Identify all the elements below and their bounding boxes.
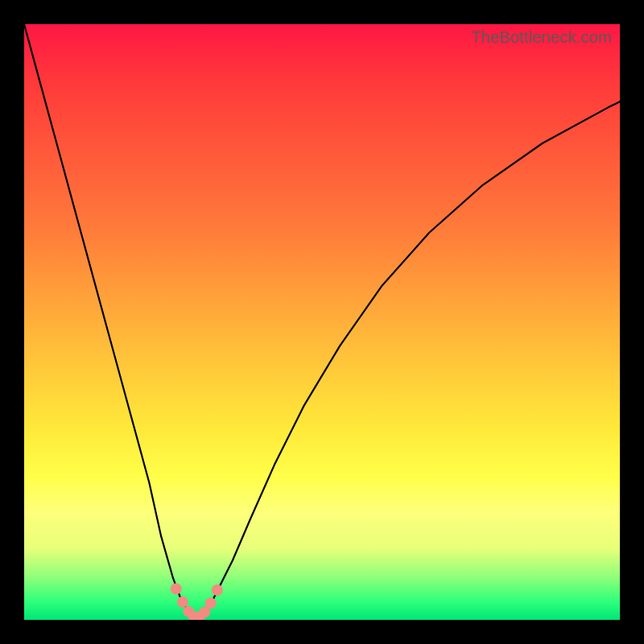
highlight-dot <box>205 597 217 609</box>
highlight-dot <box>171 584 182 595</box>
highlight-dot <box>212 584 223 596</box>
chart-frame: TheBottleneck.com <box>0 0 644 644</box>
plot-area: TheBottleneck.com <box>24 24 620 620</box>
highlight-dot <box>177 597 188 608</box>
highlight-dots-group <box>171 584 223 620</box>
bottleneck-curve-path <box>24 24 620 620</box>
chart-svg <box>24 24 620 620</box>
